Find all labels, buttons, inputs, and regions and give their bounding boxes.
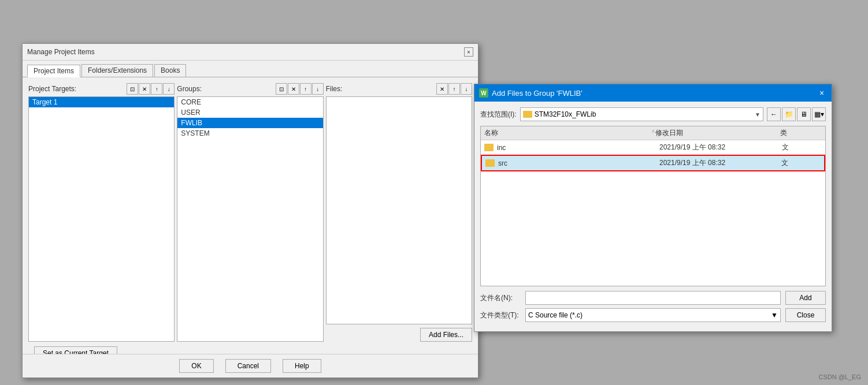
- file-list: inc 2021/9/19 上午 08:32 文 src 2021/9/19 上…: [481, 140, 825, 171]
- filename-input[interactable]: [525, 291, 781, 305]
- file-item-inc[interactable]: inc 2021/9/19 上午 08:32 文: [481, 140, 825, 155]
- location-value: STM32F10x_FWLib: [535, 110, 752, 118]
- manage-title: Manage Project Items: [27, 48, 95, 56]
- file-type-inc: 文: [782, 143, 822, 152]
- file-date-src: 2021/9/19 上午 08:32: [659, 158, 778, 168]
- close-button[interactable]: Close: [785, 308, 826, 322]
- manage-content: Project Targets: ⊡ ✕ ↑ ↓ Target 1 Groups…: [23, 77, 478, 371]
- files-header: Files: ✕ ↑ ↓: [326, 83, 472, 95]
- files-label: Files:: [326, 85, 343, 93]
- file-name-inc: inc: [497, 144, 656, 152]
- target-item-1[interactable]: Target 1: [29, 97, 174, 107]
- new-group-button[interactable]: ⊡: [276, 83, 287, 95]
- move-down-group-button[interactable]: ↓: [312, 83, 324, 95]
- manage-close-button[interactable]: ×: [464, 47, 473, 57]
- files-list[interactable]: [326, 96, 472, 324]
- groups-list[interactable]: CORE USER FWLIB SYSTEM: [177, 96, 323, 342]
- groups-label: Groups:: [177, 85, 202, 93]
- manage-project-dialog: Manage Project Items × Project Items Fol…: [22, 43, 478, 378]
- col-name: 名称: [484, 128, 651, 138]
- panels-container: Project Targets: ⊡ ✕ ↑ ↓ Target 1 Groups…: [28, 83, 472, 342]
- location-dropdown-arrow: ▼: [755, 111, 761, 118]
- delete-target-button[interactable]: ✕: [139, 83, 150, 95]
- addfiles-title-container: W Add Files to Group 'FWLIB': [479, 88, 583, 98]
- filetype-value: C Source file (*.c): [528, 311, 583, 319]
- file-browser-header: 名称 ∧ 修改日期 类: [481, 126, 825, 140]
- file-browser: 名称 ∧ 修改日期 类 inc 2021/9/19 上午 08:32 文 src…: [480, 126, 826, 286]
- group-user[interactable]: USER: [177, 107, 322, 118]
- move-up-file-button[interactable]: ↑: [448, 83, 460, 95]
- file-date-inc: 2021/9/19 上午 08:32: [659, 143, 778, 152]
- addfiles-titlebar: W Add Files to Group 'FWLIB' ×: [474, 84, 832, 102]
- add-button[interactable]: Add: [785, 291, 826, 305]
- file-type-src: 文: [781, 158, 821, 168]
- col-date: 修改日期: [655, 128, 780, 138]
- manage-footer: OK Cancel Help: [23, 354, 478, 377]
- addfiles-title-text: Add Files to Group 'FWLIB': [492, 89, 583, 98]
- delete-group-button[interactable]: ✕: [288, 83, 299, 95]
- project-targets-list[interactable]: Target 1: [28, 96, 175, 342]
- tab-books[interactable]: Books: [154, 64, 186, 77]
- filetype-label: 文件类型(T):: [480, 311, 521, 320]
- filename-row: 文件名(N): Add: [480, 291, 826, 305]
- tab-project-items[interactable]: Project Items: [27, 65, 80, 77]
- new-target-button[interactable]: ⊡: [127, 83, 138, 95]
- move-up-target-button[interactable]: ↑: [151, 83, 162, 95]
- navigate-back-button[interactable]: ←: [767, 107, 781, 121]
- files-panel: Files: ✕ ↑ ↓ Add Files...: [326, 83, 472, 342]
- filetype-arrow: ▼: [771, 311, 778, 319]
- addfiles-dialog: W Add Files to Group 'FWLIB' × 查找范围(I): …: [474, 84, 832, 332]
- ok-button[interactable]: OK: [179, 359, 213, 373]
- watermark: CSDN @L_EG: [818, 373, 861, 380]
- filetype-row: 文件类型(T): C Source file (*.c) ▼ Close: [480, 308, 826, 322]
- file-name-src: src: [498, 159, 656, 167]
- move-down-file-button[interactable]: ↓: [461, 83, 472, 95]
- groups-header: Groups: ⊡ ✕ ↑ ↓: [177, 83, 323, 95]
- groups-panel: Groups: ⊡ ✕ ↑ ↓ CORE USER FWLIB SYSTEM: [177, 83, 323, 342]
- folder-icon-src: [485, 159, 495, 167]
- location-controls: ← 📁 🖥 ▦▾: [767, 107, 826, 121]
- file-item-src[interactable]: src 2021/9/19 上午 08:32 文: [481, 155, 825, 171]
- cancel-button[interactable]: Cancel: [225, 359, 271, 373]
- group-system[interactable]: SYSTEM: [177, 128, 322, 139]
- manage-tabs: Project Items Folders/Extensions Books: [23, 61, 478, 77]
- move-up-group-button[interactable]: ↑: [300, 83, 311, 95]
- browse-button[interactable]: 🖥: [797, 107, 811, 121]
- group-core[interactable]: CORE: [177, 97, 322, 107]
- app-icon: W: [479, 88, 488, 98]
- help-button[interactable]: Help: [283, 359, 321, 373]
- addfiles-body: 查找范围(I): STM32F10x_FWLib ▼ ← 📁 🖥 ▦▾ 名称 ∧…: [474, 102, 832, 328]
- folder-icon-inc: [484, 144, 494, 151]
- project-targets-label: Project Targets:: [28, 85, 76, 93]
- manage-titlebar: Manage Project Items ×: [23, 44, 478, 61]
- group-fwlib[interactable]: FWLIB: [177, 118, 322, 128]
- new-folder-button[interactable]: 📁: [782, 107, 796, 121]
- addfiles-close-button[interactable]: ×: [817, 88, 827, 98]
- view-toggle-button[interactable]: ▦▾: [812, 107, 826, 121]
- location-dropdown[interactable]: STM32F10x_FWLib ▼: [520, 107, 763, 121]
- add-files-button[interactable]: Add Files...: [420, 328, 472, 342]
- groups-toolbar: ⊡ ✕ ↑ ↓: [276, 83, 324, 95]
- filename-label: 文件名(N):: [480, 293, 521, 303]
- project-targets-header: Project Targets: ⊡ ✕ ↑ ↓: [28, 83, 175, 95]
- delete-file-button[interactable]: ✕: [436, 83, 448, 95]
- filetype-select[interactable]: C Source file (*.c) ▼: [525, 308, 781, 322]
- col-type: 类: [780, 128, 822, 138]
- location-folder-icon: [523, 111, 532, 118]
- project-targets-panel: Project Targets: ⊡ ✕ ↑ ↓ Target 1: [28, 83, 175, 342]
- location-label: 查找范围(I):: [480, 110, 517, 119]
- tab-folders-extensions[interactable]: Folders/Extensions: [81, 64, 153, 77]
- location-row: 查找范围(I): STM32F10x_FWLib ▼ ← 📁 🖥 ▦▾: [480, 107, 826, 121]
- files-toolbar: ✕ ↑ ↓: [436, 83, 472, 95]
- move-down-target-button[interactable]: ↓: [163, 83, 175, 95]
- project-targets-toolbar: ⊡ ✕ ↑ ↓: [127, 83, 175, 95]
